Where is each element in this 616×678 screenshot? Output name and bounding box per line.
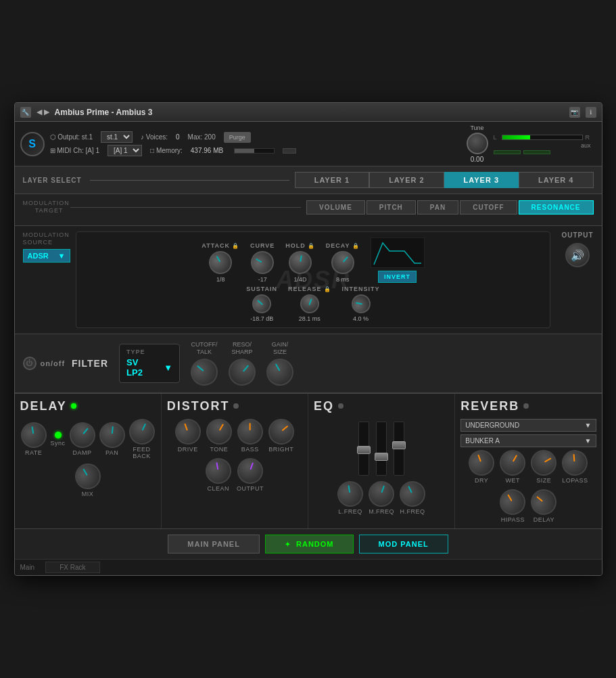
eq-mfreq-fader-group bbox=[376, 422, 387, 476]
reso-label: RESO/SHARP bbox=[232, 341, 253, 356]
release-label: RELEASE 🔒 bbox=[288, 286, 331, 292]
tune-knob[interactable] bbox=[467, 133, 488, 154]
eq-lfreq-knob-group: L.FREQ bbox=[337, 481, 363, 515]
reverb-preset1-select[interactable]: UNDERGROUND ▼ bbox=[460, 419, 596, 432]
cutoff-label: CUTOFF/TALK bbox=[191, 341, 218, 356]
filter-type-select[interactable]: SVLP2 ▼ bbox=[126, 357, 172, 378]
midi-select[interactable]: [A] 1 bbox=[108, 145, 142, 156]
reverb-panel: REVERB UNDERGROUND ▼ BUNKER A ▼ DRY bbox=[455, 394, 601, 528]
curve-knob-group: CURVE -17 bbox=[250, 242, 275, 283]
info-icon[interactable]: ℹ bbox=[586, 107, 596, 118]
reverb-lopass-group: LOPASS bbox=[562, 450, 588, 484]
eq-lfreq-knob[interactable] bbox=[334, 477, 367, 510]
attack-knob[interactable] bbox=[205, 247, 236, 278]
filter-onoff[interactable]: ⏻ on/off FILTER bbox=[23, 357, 109, 370]
eq-hfreq-handle[interactable] bbox=[392, 441, 406, 449]
layer-tab-4[interactable]: LAYER 4 bbox=[519, 172, 593, 188]
intensity-knob[interactable] bbox=[350, 293, 371, 315]
distort-bass-label: BASS bbox=[241, 446, 259, 453]
sustain-knob-group: SUSTAIN -18.7 dB bbox=[246, 286, 277, 322]
mod-tab-pan[interactable]: PAN bbox=[417, 200, 458, 214]
distort-bright-knob[interactable] bbox=[263, 413, 300, 450]
filter-power-button[interactable]: ⏻ bbox=[23, 357, 37, 370]
mod-panel-button[interactable]: MOD PANEL bbox=[359, 535, 448, 553]
reverb-preset2-select[interactable]: BUNKER A ▼ bbox=[460, 434, 596, 447]
reverb-size-knob[interactable] bbox=[525, 445, 562, 481]
cutoff-knob[interactable] bbox=[186, 353, 223, 390]
distort-tone-knob[interactable] bbox=[203, 415, 236, 448]
invert-button[interactable]: INVERT bbox=[378, 271, 417, 283]
mod-tab-pitch[interactable]: PITCH bbox=[366, 200, 416, 214]
curve-knob[interactable] bbox=[247, 247, 278, 278]
attack-knob-group: ATTACK 🔒 1/8 bbox=[202, 242, 239, 283]
distort-active-dot[interactable] bbox=[233, 403, 239, 409]
distort-clean-knob[interactable] bbox=[202, 454, 235, 487]
gain-knob[interactable] bbox=[264, 356, 295, 387]
delay-pan-label: PAN bbox=[105, 449, 118, 456]
delay-feedback-label: FEEDBACK bbox=[133, 446, 151, 459]
voices-value: 0 bbox=[176, 133, 180, 141]
tune-value: 0.00 bbox=[471, 156, 483, 163]
release-knob[interactable] bbox=[298, 292, 322, 316]
reso-knob[interactable] bbox=[224, 353, 261, 390]
mod-source-select[interactable]: ADSR ▼ bbox=[23, 249, 70, 263]
layer-tab-2[interactable]: LAYER 2 bbox=[369, 172, 444, 188]
sync-light[interactable] bbox=[55, 432, 62, 438]
reverb-lopass-knob[interactable] bbox=[559, 447, 591, 478]
output-speaker[interactable]: 🔊 bbox=[565, 243, 590, 267]
eq-lfreq-handle[interactable] bbox=[357, 446, 371, 454]
menu-icon[interactable]: 🔧 bbox=[20, 107, 31, 118]
filter-type-label: TYPE bbox=[126, 348, 172, 355]
distort-knobs: DRIVE TONE BASS BRIGHT bbox=[167, 419, 302, 492]
eq-hfreq-fader[interactable] bbox=[394, 422, 404, 476]
nav-arrows[interactable]: ◀ ▶ bbox=[37, 108, 49, 116]
delay-rate-knob[interactable] bbox=[17, 418, 50, 451]
curve-value: -17 bbox=[258, 276, 267, 283]
sustain-knob[interactable] bbox=[248, 290, 275, 317]
filter-type-value: SVLP2 bbox=[126, 357, 143, 378]
mod-tab-cutoff[interactable]: CUTOFF bbox=[460, 200, 517, 214]
hold-knob[interactable] bbox=[287, 249, 313, 275]
purge-button[interactable]: Purge bbox=[224, 132, 251, 143]
camera-icon[interactable]: 📷 bbox=[569, 107, 580, 118]
main-content: LAYER SELECT LAYER 1 LAYER 2 LAYER 3 LAY… bbox=[15, 166, 602, 558]
reverb-wet-label: WET bbox=[505, 477, 520, 484]
delay-feedback-knob[interactable] bbox=[126, 415, 158, 447]
layer-tab-3[interactable]: LAYER 3 bbox=[444, 172, 519, 188]
intensity-knob-group: INTENSITY 4.0 % bbox=[342, 286, 380, 322]
delay-mix-knob[interactable] bbox=[70, 458, 106, 495]
eq-mfreq-handle[interactable] bbox=[375, 453, 388, 461]
reverb-hipass-knob[interactable] bbox=[495, 484, 531, 520]
reverb-dry-knob[interactable] bbox=[464, 445, 499, 480]
delay-damp-knob[interactable] bbox=[65, 417, 100, 453]
eq-mfreq-knob[interactable] bbox=[366, 479, 396, 509]
reverb-active-dot[interactable] bbox=[523, 403, 529, 409]
mod-tab-volume[interactable]: VOLUME bbox=[306, 200, 365, 214]
output-select[interactable]: st.1 bbox=[101, 131, 133, 143]
attack-label: ATTACK 🔒 bbox=[202, 242, 239, 249]
delay-active-dot[interactable] bbox=[71, 403, 76, 409]
layer-tab-1[interactable]: LAYER 1 bbox=[295, 172, 369, 188]
distort-title: DISTORT bbox=[167, 399, 302, 413]
mod-tab-resonance[interactable]: RESONANCE bbox=[519, 200, 594, 214]
gain-label: GAIN/SIZE bbox=[272, 341, 289, 356]
main-panel-button[interactable]: MAIN PANEL bbox=[168, 535, 260, 553]
eq-active-dot[interactable] bbox=[338, 403, 343, 409]
fx-rack-label[interactable]: FX Rack bbox=[45, 562, 99, 573]
delay-pan-knob[interactable] bbox=[98, 421, 126, 449]
sustain-label: SUSTAIN bbox=[246, 286, 277, 292]
layer-tabs: LAYER 1 LAYER 2 LAYER 3 LAYER 4 bbox=[295, 172, 594, 188]
reverb-wet-knob[interactable] bbox=[496, 446, 529, 479]
eq-mfreq-fader[interactable] bbox=[376, 422, 387, 476]
eq-faders bbox=[314, 419, 449, 478]
distort-bass-knob[interactable] bbox=[235, 417, 265, 447]
eq-panel: EQ bbox=[308, 394, 455, 528]
eq-lfreq-fader[interactable] bbox=[358, 422, 369, 476]
distort-drive-knob[interactable] bbox=[170, 414, 206, 449]
eq-hfreq-knob[interactable] bbox=[395, 476, 431, 512]
reverb-delay-knob[interactable] bbox=[526, 484, 561, 520]
distort-output-knob[interactable] bbox=[235, 456, 265, 486]
random-button[interactable]: ✦ RANDOM bbox=[265, 535, 354, 553]
reverb-title: REVERB bbox=[460, 399, 596, 413]
decay-knob[interactable] bbox=[327, 246, 359, 279]
